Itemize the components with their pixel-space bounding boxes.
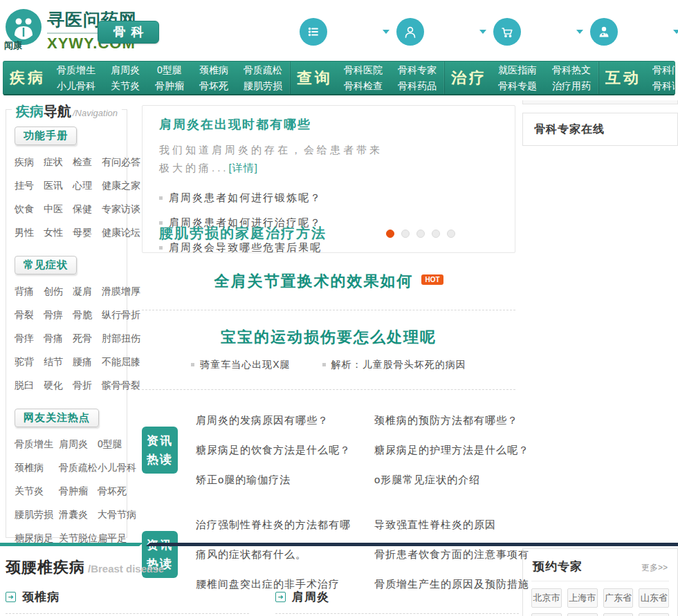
nav-link[interactable]: 骨坏死	[193, 78, 235, 94]
sidebar-link[interactable]: 女性	[44, 227, 66, 239]
nav-link[interactable]: 就医指南	[492, 62, 543, 78]
sidebar-link[interactable]: 骨折	[73, 380, 95, 392]
carousel-dot[interactable]	[447, 230, 455, 238]
nav-link[interactable]: 骨科专题	[492, 78, 543, 94]
nav-label-treatment[interactable]: 治疗	[445, 68, 491, 88]
sidebar-link[interactable]: 骨坏死	[98, 485, 136, 498]
carousel-question-link[interactable]: 肩周炎患者如何进行锻炼呢？	[159, 185, 498, 210]
nav-link[interactable]: 颈椎病	[193, 62, 235, 78]
nav-link[interactable]: 骨科检查	[338, 78, 389, 94]
nav-link[interactable]: 腰肌劳损	[237, 78, 288, 94]
sidebar-link[interactable]: 背痛	[15, 286, 37, 298]
hot-article-link[interactable]: 矫正o腿的瑜伽疗法	[196, 465, 366, 494]
sidebar-link[interactable]: 脱臼	[15, 380, 37, 392]
nav-link[interactable]: 骨科药品	[392, 78, 443, 94]
carousel-footer-title[interactable]: 腰肌劳损的家庭治疗方法	[159, 224, 327, 243]
nav-link[interactable]: 0型腿	[151, 62, 188, 78]
sidebar-link[interactable]: 骨痛	[44, 333, 66, 345]
sidebar-link[interactable]: 骨痒	[15, 333, 37, 345]
column-title-link[interactable]: 颈椎病	[22, 589, 59, 605]
sidebar-link[interactable]: 骨脆	[73, 309, 95, 321]
hot-article-link[interactable]: 糖尿病足的饮食方法是什么呢？	[196, 435, 366, 465]
headline-link-1[interactable]: 全肩关节置换术的效果如何	[214, 272, 413, 290]
sidebar-link[interactable]: 肩周炎	[59, 438, 93, 451]
group-tag-button[interactable]: 常见症状	[15, 256, 77, 274]
sidebar-link[interactable]: 健康论坛	[102, 227, 140, 239]
sidebar-link[interactable]: 心理	[73, 180, 95, 192]
chevron-down-icon[interactable]	[576, 30, 583, 34]
nav-link[interactable]: 骨科热文	[546, 62, 597, 78]
sidebar-link[interactable]: 健康之家	[102, 180, 140, 192]
sidebar-link[interactable]: 男性	[15, 227, 37, 239]
sidebar-link[interactable]: 骨痹	[44, 309, 66, 321]
sidebar-link[interactable]: 滑膜增厚	[102, 286, 140, 298]
sidebar-link[interactable]: 纵行骨折	[102, 309, 140, 321]
sidebar-link[interactable]: 凝肩	[73, 286, 95, 298]
sidebar-link[interactable]: 0型腿	[98, 438, 136, 451]
header-cart-group[interactable]	[493, 18, 590, 46]
nav-label-query[interactable]: 查询	[291, 68, 336, 88]
hot-article-link[interactable]: 颈椎病的预防方法都有哪些？	[374, 405, 529, 435]
hot-article-link[interactable]: 治疗强制性脊柱炎的方法都有哪	[196, 510, 366, 539]
sidebar-link[interactable]: 症状	[44, 156, 66, 169]
user-icon[interactable]	[396, 18, 424, 46]
sidebar-link[interactable]: 专家访谈	[102, 203, 140, 216]
sidebar-link[interactable]: 腰肌劳损	[15, 509, 55, 521]
chevron-down-icon[interactable]	[383, 30, 390, 34]
sidebar-link[interactable]: 肘部扭伤	[102, 333, 140, 345]
group-tag-button[interactable]: 功能手册	[15, 127, 77, 145]
detail-link[interactable]: [详情]	[229, 162, 258, 174]
sidebar-link[interactable]: 结节	[44, 356, 66, 368]
sidebar-link[interactable]: 小儿骨科	[98, 462, 136, 474]
sidebar-link[interactable]: 骨裂	[15, 309, 37, 321]
nav-link[interactable]: 小儿骨科	[51, 78, 102, 94]
sidebar-link[interactable]: 关节炎	[15, 485, 55, 498]
sidebar-link[interactable]: 挂号	[15, 180, 37, 192]
sidebar-link[interactable]: 髌骨骨裂	[102, 380, 140, 392]
column-title-link[interactable]: 肩周炎	[292, 589, 329, 605]
carousel-dot[interactable]	[432, 230, 440, 238]
sub-link[interactable]: 骑童车当心出现X腿	[191, 359, 290, 371]
sidebar-link[interactable]: 检查	[73, 156, 95, 169]
sidebar-link[interactable]: 创伤	[44, 286, 66, 298]
cart-icon[interactable]	[493, 18, 521, 46]
header-user-group[interactable]	[396, 18, 493, 46]
carousel-dot[interactable]	[386, 230, 394, 238]
nav-link[interactable]: 关节炎	[104, 78, 146, 94]
department-button[interactable]: 骨科	[98, 21, 159, 44]
chevron-down-icon[interactable]	[673, 30, 678, 34]
doctor-icon[interactable]	[590, 18, 618, 46]
sidebar-link[interactable]: 骨质疏松	[59, 462, 93, 474]
menu-icon[interactable]	[300, 18, 327, 46]
sidebar-link[interactable]: 有问必答	[102, 156, 140, 169]
hot-article-link[interactable]: 糖尿病足的护理方法是什么呢？	[374, 435, 529, 465]
sidebar-link[interactable]: 骨肿瘤	[59, 485, 93, 498]
carousel-dot[interactable]	[416, 230, 425, 238]
sidebar-link[interactable]: 颈椎病	[15, 462, 55, 474]
hot-article-link[interactable]: 肩周炎的发病原因有哪些？	[196, 405, 366, 435]
sidebar-link[interactable]: 骨质增生	[15, 438, 55, 451]
sidebar-link[interactable]: 大骨节病	[98, 509, 136, 521]
sidebar-link[interactable]: 驼背	[15, 356, 37, 368]
sub-link[interactable]: 解析：儿童股骨头坏死的病因	[322, 359, 466, 371]
carousel-dot[interactable]	[401, 230, 410, 238]
sidebar-link[interactable]: 保健	[73, 203, 95, 216]
sidebar-link[interactable]: 不能屈膝	[102, 356, 140, 368]
sidebar-link[interactable]: 疾病	[15, 156, 37, 169]
sidebar-link[interactable]: 滑囊炎	[59, 509, 93, 521]
nav-link[interactable]: 骨科专家	[392, 62, 443, 78]
nav-link[interactable]: 骨质增生	[51, 62, 102, 78]
group-tag-button[interactable]: 网友关注热点	[15, 409, 99, 427]
nav-label-disease[interactable]: 疾病	[3, 68, 49, 88]
header-doctor-group[interactable]	[590, 18, 678, 46]
headline-link-2[interactable]: 宝宝的运动损伤要怎么处理呢	[221, 328, 437, 346]
sidebar-link[interactable]: 硬化	[44, 380, 66, 392]
sidebar-link[interactable]: 医讯	[44, 180, 66, 192]
sidebar-link[interactable]: 母婴	[73, 227, 95, 239]
sidebar-link[interactable]: 死骨	[73, 333, 95, 345]
sidebar-link[interactable]: 中医	[44, 203, 66, 216]
nav-label-interact[interactable]: 互动	[599, 68, 645, 88]
nav-link[interactable]: 骨肿瘤	[149, 78, 190, 94]
nav-link[interactable]: 骨科问答	[646, 62, 675, 78]
nav-link[interactable]: 肩周炎	[104, 62, 146, 78]
